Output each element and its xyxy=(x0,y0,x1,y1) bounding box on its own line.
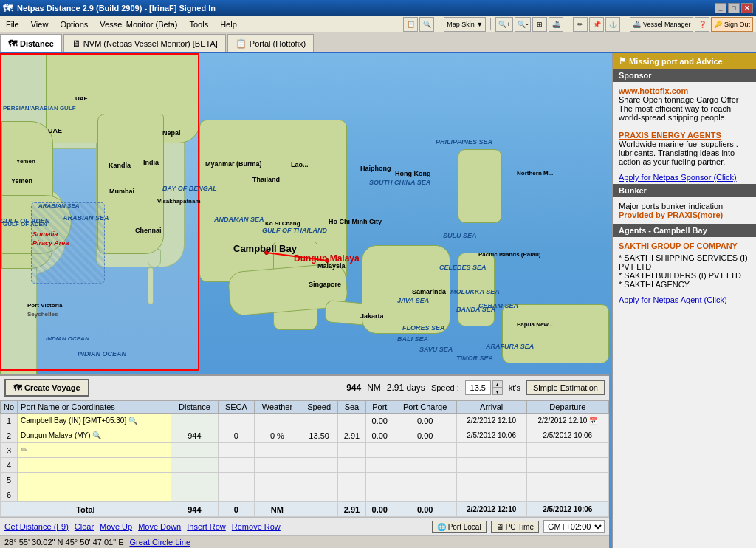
row-6-speed xyxy=(300,487,338,502)
sponsor-text1: Share Open tonnage Cargo Offer xyxy=(619,95,750,104)
row-2-search-icon[interactable]: 🔍 xyxy=(92,431,101,439)
great-circle-line-link[interactable]: Great Circle Line xyxy=(129,538,190,547)
maximize-button[interactable]: □ xyxy=(728,3,740,13)
minimize-button[interactable]: _ xyxy=(715,3,726,13)
speed-up-button[interactable]: ▲ xyxy=(492,380,503,388)
row-6-sea xyxy=(338,487,366,502)
row-3-edit-icon[interactable]: ✏ xyxy=(21,445,27,454)
move-up-link[interactable]: Move Up xyxy=(100,522,132,531)
menubar: File View Options Vessel Monitor (Beta) … xyxy=(0,16,756,32)
row-5-port-val xyxy=(365,473,394,487)
row-4-distance xyxy=(171,458,218,473)
row-3-port-val xyxy=(365,443,394,458)
row-5-distance xyxy=(171,473,218,487)
row-2-arrival: 2/5/2012 10:06 xyxy=(456,428,526,443)
get-distance-link[interactable]: Get Distance (F9) xyxy=(4,522,69,531)
speed-down-button[interactable]: ▼ xyxy=(492,388,503,395)
apply-agent-link[interactable]: Apply for Netpas Agent (Click) xyxy=(613,293,756,306)
tab-portal[interactable]: 📋 Portal (Hottofix) xyxy=(227,34,314,52)
row-1-seca xyxy=(219,414,254,428)
tab-nvm[interactable]: 🖥 NVM (Netpas Vessel Monitor) [BETA] xyxy=(63,34,226,52)
row-2-port-val: 0.00 xyxy=(365,428,394,443)
row-2-distance: 944 xyxy=(171,428,218,443)
row-1-search-icon[interactable]: 🔍 xyxy=(128,417,137,425)
close-button[interactable]: ✕ xyxy=(741,3,753,13)
total-label: Total xyxy=(1,502,171,517)
pc-time-icon: 🖥 xyxy=(496,523,504,531)
toolbar-btn-2[interactable]: 🔍 xyxy=(419,17,434,32)
tab-distance[interactable]: 🗺 Distance xyxy=(0,34,62,52)
row-2-no: 2 xyxy=(1,428,18,443)
vessel-manager-btn[interactable]: 🚢 Vessel Manager xyxy=(630,17,693,32)
toolbar-btn-8[interactable]: ⚓ xyxy=(605,17,620,32)
create-voyage-button[interactable]: 🗺 Create Voyage xyxy=(4,379,89,397)
praxis-energy-link[interactable]: PRAXIS ENERGY AGENTS xyxy=(619,131,750,140)
row-6-distance xyxy=(171,487,218,502)
toolbar-btn-4[interactable]: ⊞ xyxy=(532,17,547,32)
menu-vessel-monitor[interactable]: Vessel Monitor (Beta) xyxy=(94,18,183,30)
agents-content: SAKTHI GROUP OF COMPANY * SAKTHI SHIPPIN… xyxy=(613,237,756,293)
speed-input[interactable] xyxy=(465,380,491,395)
create-voyage-icon: 🗺 xyxy=(13,383,21,392)
route-table-container: No Port Name or Coordinates Distance SEC… xyxy=(0,400,609,517)
table-row: 1 Campbell Bay (IN) [GMT+05:30] 🔍 0.00 xyxy=(1,414,609,428)
total-sea: 2.91 xyxy=(338,502,366,517)
bunker-section-header: Bunker xyxy=(613,184,756,197)
status-bar: 28° 55' 30.02" N 45° 50' 47.01" E Great … xyxy=(0,535,609,548)
row-1-arrival: 2/2/2012 12:10 xyxy=(456,414,526,428)
row-3-weather xyxy=(254,443,300,458)
simple-estimation-button[interactable]: Simple Estimation xyxy=(526,380,605,395)
clear-link[interactable]: Clear xyxy=(75,522,94,531)
row-4-port xyxy=(18,458,171,473)
map-area[interactable]: Somalia Piracy Area PERSIAN/ARABIAN GULF… xyxy=(0,53,612,548)
insert-row-link[interactable]: Insert Row xyxy=(187,522,226,531)
time-controls: 🌐 Port Local 🖥 PC Time GMT+02:00 GMT+00:… xyxy=(432,520,605,533)
help-btn[interactable]: ❓ xyxy=(695,17,709,32)
inset-land-india-inset xyxy=(97,114,164,254)
timezone-select[interactable]: GMT+02:00 GMT+00:00 GMT+01:00 GMT+03:00 xyxy=(543,520,605,533)
col-departure: Departure xyxy=(526,401,608,414)
port-local-label: Port Local xyxy=(448,523,481,531)
missing-port-header[interactable]: ⚑ Missing port and Advice xyxy=(613,53,756,69)
land-sulawesi xyxy=(458,253,495,326)
toolbar-zoom-in[interactable]: 🔍+ xyxy=(495,17,513,32)
toolbar-btn-7[interactable]: 📌 xyxy=(589,17,604,32)
menu-file[interactable]: File xyxy=(0,18,25,30)
row-5-sea xyxy=(338,473,366,487)
land-borneo xyxy=(362,245,450,334)
port-local-button[interactable]: 🌐 Port Local xyxy=(432,521,487,533)
bunker-link[interactable]: Provided by PRAXIS(more) xyxy=(619,210,750,219)
menu-options[interactable]: Options xyxy=(54,18,94,30)
menu-view[interactable]: View xyxy=(25,18,55,30)
hottofix-link[interactable]: www.hottofix.com xyxy=(619,86,750,95)
table-row: 3 ✏ xyxy=(1,443,609,458)
row-2-seca: 0 xyxy=(219,428,254,443)
row-1-port-val: 0.00 xyxy=(365,414,394,428)
move-down-link[interactable]: Move Down xyxy=(138,522,181,531)
toolbar-zoom-out[interactable]: 🔍- xyxy=(515,17,531,32)
toolbar-btn-5[interactable]: 🚢 xyxy=(549,17,563,32)
col-no: No xyxy=(1,401,18,414)
row-3-no: 3 xyxy=(1,443,18,458)
toolbar-btn-6[interactable]: ✏ xyxy=(573,17,588,32)
row-4-weather xyxy=(254,458,300,473)
row-4-speed xyxy=(300,458,338,473)
row-3-departure xyxy=(526,443,608,458)
row-4-seca xyxy=(219,458,254,473)
toolbar-btn-1[interactable]: 📋 xyxy=(403,17,418,32)
sakthi-company-link[interactable]: SAKTHI GROUP OF COMPANY xyxy=(619,242,750,250)
land-new-guinea xyxy=(502,304,609,363)
sign-out-btn[interactable]: 🔑 Sign Out xyxy=(711,17,753,32)
app-icon: 🗺 xyxy=(3,3,13,14)
sponsor-label: Sponsor xyxy=(619,71,652,80)
inset-map: Somalia Piracy Area PERSIAN/ARABIAN GULF… xyxy=(0,53,199,371)
pc-time-button[interactable]: 🖥 PC Time xyxy=(491,521,539,533)
remove-row-link[interactable]: Remove Row xyxy=(232,522,281,531)
apply-sponsor-link[interactable]: Apply for Netpas Sponsor (Click) xyxy=(613,171,756,184)
menu-help[interactable]: Help xyxy=(214,18,243,30)
total-speed xyxy=(300,502,338,517)
col-speed: Speed xyxy=(300,401,338,414)
total-nm: NM xyxy=(254,502,300,517)
menu-tools[interactable]: Tools xyxy=(183,18,214,30)
toolbar-btn-mapskin[interactable]: Map Skin ▼ xyxy=(444,17,486,32)
